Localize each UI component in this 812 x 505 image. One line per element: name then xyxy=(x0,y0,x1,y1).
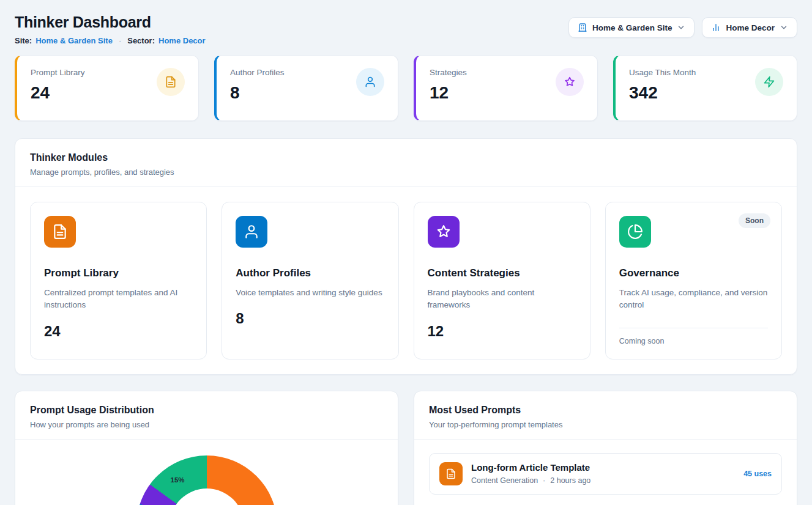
prompts-panel-subtitle: Your top-performing prompt templates xyxy=(429,420,782,429)
prompt-item-title: Long-form Article Template xyxy=(471,462,590,473)
module-card-governance[interactable]: Soon Governance Track AI usage, complian… xyxy=(605,202,782,359)
sector-selector-label: Home Decor xyxy=(726,23,775,32)
module-title: Author Profiles xyxy=(236,267,384,279)
stat-card-author-profiles: Author Profiles 8 xyxy=(214,55,398,121)
module-count: 8 xyxy=(236,310,384,327)
site-selector-label: Home & Garden Site xyxy=(592,23,672,32)
prompts-panel-title: Most Used Prompts xyxy=(429,405,782,416)
sector-selector-button[interactable]: Home Decor xyxy=(702,17,797,38)
bottom-row: Prompt Usage Distribution How your promp… xyxy=(15,391,797,505)
module-card-content-strategies[interactable]: Content Strategies Brand playbooks and c… xyxy=(414,202,590,359)
prompt-item-text: Long-form Article Template Content Gener… xyxy=(471,462,590,485)
user-icon xyxy=(236,216,267,248)
prompt-item-category: Content Generation xyxy=(471,476,538,485)
soon-badge: Soon xyxy=(739,213,770,228)
chevron-down-icon xyxy=(780,23,788,32)
prompts-panel-header: Most Used Prompts Your top-performing pr… xyxy=(414,391,797,440)
usage-panel-header: Prompt Usage Distribution How your promp… xyxy=(15,391,398,440)
divider xyxy=(619,328,768,328)
sparkle-star-icon xyxy=(428,216,460,248)
donut-chart: 15% xyxy=(136,455,277,505)
sector-label: Sector: xyxy=(127,36,155,45)
usage-chart-area: 15% xyxy=(15,440,398,505)
prompt-item-meta: Content Generation · 2 hours ago xyxy=(471,476,590,485)
coming-soon-text: Coming soon xyxy=(619,337,768,345)
site-selector-button[interactable]: Home & Garden Site xyxy=(568,17,695,38)
module-card-prompt-library[interactable]: Prompt Library Centralized prompt templa… xyxy=(30,202,207,359)
usage-panel-subtitle: How your prompts are being used xyxy=(30,420,383,429)
module-count: 12 xyxy=(428,323,576,340)
module-title: Prompt Library xyxy=(44,267,193,279)
module-title: Content Strategies xyxy=(428,267,576,279)
page-header: Thinker Dashboard Site: Home & Garden Si… xyxy=(15,13,797,45)
stat-card-prompt-library: Prompt Library 24 xyxy=(15,55,199,121)
usage-panel-title: Prompt Usage Distribution xyxy=(30,405,383,416)
module-description: Centralized prompt templates and AI inst… xyxy=(44,287,193,312)
lightning-icon xyxy=(755,68,783,96)
list-item[interactable]: Long-form Article Template Content Gener… xyxy=(429,453,782,495)
module-description: Track AI usage, compliance, and version … xyxy=(619,287,768,312)
dashboard-page: Thinker Dashboard Site: Home & Garden Si… xyxy=(0,0,812,505)
module-title: Governance xyxy=(619,267,768,279)
header-left: Thinker Dashboard Site: Home & Garden Si… xyxy=(15,13,206,45)
uses-badge: 45 uses xyxy=(743,470,772,478)
site-link[interactable]: Home & Garden Site xyxy=(35,36,113,45)
donut-slice-label: 15% xyxy=(171,476,185,484)
prompt-usage-panel: Prompt Usage Distribution How your promp… xyxy=(15,391,398,505)
module-description: Brand playbooks and content frameworks xyxy=(428,287,576,312)
header-actions: Home & Garden Site Home Decor xyxy=(568,17,797,38)
modules-grid: Prompt Library Centralized prompt templa… xyxy=(15,187,797,374)
document-icon xyxy=(157,68,185,96)
modules-subtitle: Manage prompts, profiles, and strategies xyxy=(30,168,782,177)
stats-row: Prompt Library 24 Author Profiles 8 Stra… xyxy=(15,55,797,121)
module-count: 24 xyxy=(44,323,193,340)
thinker-modules-section: Thinker Modules Manage prompts, profiles… xyxy=(15,138,797,375)
meta-separator: · xyxy=(543,476,545,485)
prompts-list: Long-form Article Template Content Gener… xyxy=(414,440,797,505)
user-icon xyxy=(356,68,384,96)
site-label: Site: xyxy=(15,36,32,45)
stat-card-usage: Usage This Month 342 xyxy=(613,55,797,121)
stat-card-strategies: Strategies 12 xyxy=(414,55,598,121)
modules-header: Thinker Modules Manage prompts, profiles… xyxy=(15,139,797,187)
page-title: Thinker Dashboard xyxy=(15,13,206,31)
bar-chart-icon xyxy=(711,23,721,32)
chevron-down-icon xyxy=(677,23,685,32)
pie-chart-icon xyxy=(619,216,651,248)
document-icon xyxy=(44,216,76,248)
sector-link[interactable]: Home Decor xyxy=(158,36,206,45)
module-description: Voice templates and writing style guides xyxy=(236,287,384,299)
prompt-item-time: 2 hours ago xyxy=(550,476,590,485)
breadcrumb-separator: · xyxy=(119,36,121,45)
building-icon xyxy=(578,23,587,32)
most-used-prompts-panel: Most Used Prompts Your top-performing pr… xyxy=(414,391,797,505)
module-card-author-profiles[interactable]: Author Profiles Voice templates and writ… xyxy=(222,202,398,359)
modules-title: Thinker Modules xyxy=(30,152,782,163)
document-icon xyxy=(439,462,463,485)
breadcrumb: Site: Home & Garden Site · Sector: Home … xyxy=(15,36,206,45)
sparkle-star-icon xyxy=(556,68,584,96)
